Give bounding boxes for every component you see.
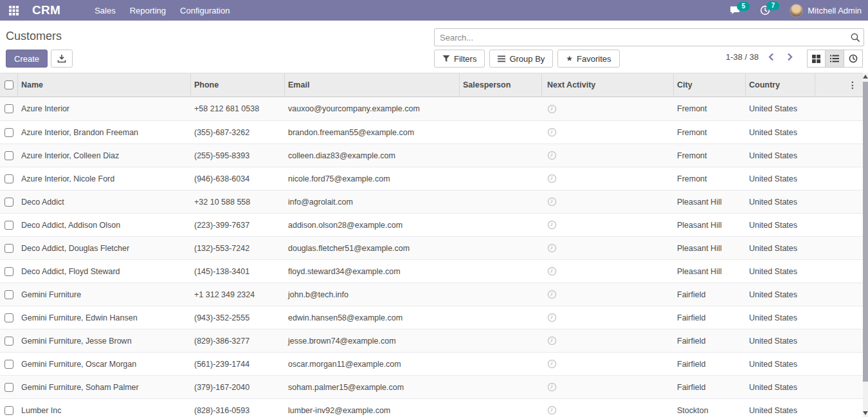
cell-phone: +32 10 588 558 [191,190,285,213]
row-checkbox[interactable] [5,244,14,253]
cell-email: oscar.morgan11@example.com [285,353,460,375]
table-row[interactable]: Deco Addict, Douglas Fletcher (132)-553-… [0,236,863,259]
next-activity-clock-icon[interactable] [547,220,557,230]
table-row[interactable]: Azure Interior, Nicole Ford (946)-638-60… [0,167,863,190]
next-activity-clock-icon[interactable] [547,174,557,183]
row-checkbox-cell [0,121,18,144]
next-activity-clock-icon[interactable] [547,290,557,299]
table-row[interactable]: Gemini Furniture, Oscar Morgan (561)-239… [0,352,863,375]
cell-salesperson [460,97,542,120]
favorites-label: Favorites [577,54,611,64]
next-activity-clock-icon[interactable] [547,104,557,114]
cell-city: Fremont [674,144,746,167]
cell-filler [815,121,863,144]
next-activity-clock-icon[interactable] [547,197,557,207]
column-header-salesperson[interactable]: Salesperson [460,73,542,97]
messages-badge: 5 [737,2,750,11]
search-input[interactable] [435,29,847,46]
filters-button[interactable]: Filters [434,50,485,68]
navbar-right: 5 7 Mitchell Admin [730,4,862,17]
column-header-city[interactable]: City [674,73,746,97]
column-header-phone[interactable]: Phone [191,73,285,97]
export-button[interactable] [51,50,73,68]
column-header-next-activity[interactable]: Next Activity [542,73,674,97]
app-title[interactable]: CRM [32,3,60,17]
activities-button[interactable]: 7 [760,5,770,15]
row-checkbox[interactable] [5,337,14,346]
table-row[interactable]: Gemini Furniture +1 312 349 2324 john.b@… [0,283,863,306]
select-all-checkbox[interactable] [5,80,14,89]
cell-name: Gemini Furniture, Jesse Brown [18,329,191,352]
column-header-name[interactable]: Name [18,73,191,97]
table-row[interactable]: Deco Addict, Floyd Steward (145)-138-340… [0,259,863,283]
control-panel: Customers Create [0,21,868,73]
next-activity-clock-icon[interactable] [547,127,557,137]
scrollbar-down-arrow[interactable] [863,411,868,415]
cell-salesperson [460,121,542,144]
user-name[interactable]: Mitchell Admin [808,6,862,15]
row-checkbox[interactable] [5,313,14,322]
row-checkbox[interactable] [5,151,14,160]
table-row[interactable]: Lumber Inc (828)-316-0593 lumber-inv92@e… [0,398,863,417]
row-checkbox[interactable] [5,128,14,137]
next-activity-clock-icon[interactable] [547,359,557,369]
export-icon [57,54,66,63]
row-checkbox[interactable] [5,360,14,369]
scrollbar-up-arrow[interactable] [863,75,868,79]
cell-email: addison.olson28@example.com [285,214,460,236]
view-switcher [807,50,863,68]
table-row[interactable]: Azure Interior, Colleen Diaz (255)-595-8… [0,144,863,167]
create-button[interactable]: Create [6,50,48,68]
row-checkbox[interactable] [5,221,14,230]
column-header-email[interactable]: Email [285,73,460,97]
cell-email: edwin.hansen58@example.com [285,306,460,329]
menu-reporting[interactable]: Reporting [123,0,173,21]
cell-next-activity [542,306,674,329]
row-checkbox[interactable] [5,198,14,207]
activity-view-button[interactable] [844,50,863,68]
kanban-view-button[interactable] [807,50,826,68]
table-row[interactable]: Azure Interior +58 212 681 0538 vauxoo@y… [0,97,863,120]
row-checkbox[interactable] [5,174,14,183]
cell-email: douglas.fletcher51@example.com [285,237,460,259]
row-checkbox[interactable] [5,290,14,299]
group-by-button[interactable]: Group By [489,50,553,68]
table-row[interactable]: Gemini Furniture, Jesse Brown (829)-386-… [0,329,863,352]
pager-prev-button[interactable] [765,53,777,61]
row-checkbox[interactable] [5,104,14,113]
next-activity-clock-icon[interactable] [547,266,557,276]
table-row[interactable]: Deco Addict +32 10 588 558 info@agrolait… [0,190,863,213]
next-activity-clock-icon[interactable] [547,243,557,253]
next-activity-clock-icon[interactable] [547,151,557,160]
cell-name: Deco Addict, Douglas Fletcher [18,237,191,259]
cell-country: United States [746,283,815,306]
menu-configuration[interactable]: Configuration [173,0,237,21]
cell-name: Gemini Furniture, Oscar Morgan [18,353,191,375]
user-avatar[interactable] [790,4,803,17]
table-row[interactable]: Azure Interior, Brandon Freeman (355)-68… [0,120,863,144]
next-activity-clock-icon[interactable] [547,336,557,346]
table-row[interactable]: Gemini Furniture, Edwin Hansen (943)-352… [0,306,863,329]
row-checkbox[interactable] [5,383,14,392]
next-activity-clock-icon[interactable] [547,382,557,392]
table-row[interactable]: Deco Addict, Addison Olson (223)-399-763… [0,213,863,236]
column-options-icon[interactable]: ⋮ [848,80,857,89]
favorites-button[interactable]: ★ Favorites [557,50,619,68]
list-view-button[interactable] [826,50,844,68]
row-checkbox[interactable] [5,267,14,276]
search-icon[interactable] [847,33,863,42]
next-activity-clock-icon[interactable] [547,313,557,322]
table-row[interactable]: Gemini Furniture, Soham Palmer (379)-167… [0,375,863,398]
row-checkbox-cell [0,306,18,329]
pager-next-button[interactable] [784,53,796,61]
menu-sales[interactable]: Sales [87,0,123,21]
messages-button[interactable]: 5 [730,6,741,15]
column-header-country[interactable]: Country [746,73,815,97]
next-activity-clock-icon[interactable] [547,405,557,415]
vertical-scrollbar[interactable] [863,73,868,417]
row-checkbox[interactable] [5,406,14,415]
apps-grid-icon[interactable] [6,3,21,17]
activities-badge: 7 [766,1,779,10]
cell-next-activity [542,260,674,283]
scrollbar-thumb[interactable] [863,82,868,382]
